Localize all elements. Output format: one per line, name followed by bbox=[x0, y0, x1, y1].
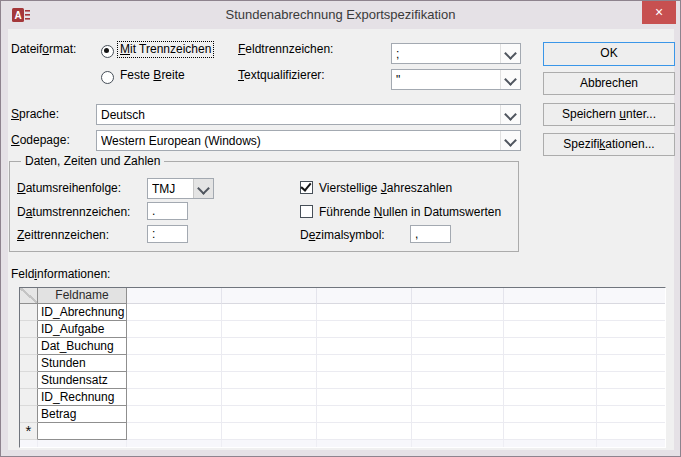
grid-cell[interactable] bbox=[317, 338, 412, 355]
grid-cell[interactable] bbox=[127, 423, 222, 440]
grid-cell[interactable] bbox=[222, 338, 317, 355]
row-selector[interactable] bbox=[20, 389, 38, 406]
grid-cell[interactable] bbox=[127, 338, 222, 355]
save-as-button[interactable]: Speichern unter... bbox=[543, 103, 675, 126]
grid-cell[interactable] bbox=[222, 372, 317, 389]
grid-cell[interactable] bbox=[504, 355, 597, 372]
radio-feste-breite-label[interactable]: Feste Breite bbox=[120, 68, 185, 83]
grid-cell[interactable] bbox=[412, 355, 504, 372]
feldname-column-header[interactable]: Feldname bbox=[38, 288, 127, 304]
row-selector[interactable] bbox=[20, 321, 38, 338]
textqualifizierer-combobox[interactable]: " bbox=[391, 69, 521, 90]
grid-cell[interactable] bbox=[317, 372, 412, 389]
grid-cell[interactable] bbox=[504, 304, 597, 321]
specifications-button[interactable]: Spezifikationen... bbox=[543, 133, 675, 156]
access-app-icon: A bbox=[12, 6, 30, 24]
grid-cell[interactable] bbox=[222, 355, 317, 372]
fuehrende-nullen-checkbox[interactable] bbox=[300, 205, 313, 218]
codepage-combobox[interactable]: Western European (Windows) bbox=[96, 130, 521, 151]
radio-mit-trennzeichen-label[interactable]: Mit Trennzeichen bbox=[117, 41, 214, 58]
grid-cell[interactable] bbox=[597, 338, 666, 355]
grid-cell[interactable] bbox=[127, 321, 222, 338]
radio-mit-trennzeichen[interactable] bbox=[101, 45, 114, 58]
vierstellige-jahreszahlen-checkbox[interactable] bbox=[300, 181, 313, 194]
grid-cell[interactable] bbox=[127, 406, 222, 423]
feldtrennzeichen-combobox[interactable]: ; bbox=[391, 43, 521, 64]
dropdown-arrow-button[interactable] bbox=[500, 70, 520, 89]
grid-cell[interactable] bbox=[127, 372, 222, 389]
row-selector[interactable] bbox=[20, 406, 38, 423]
field-name-cell[interactable]: ID_Abrechnung bbox=[38, 304, 127, 321]
grid-cell[interactable] bbox=[317, 423, 412, 440]
field-name-cell[interactable]: Stunden bbox=[38, 355, 127, 372]
grid-cell[interactable] bbox=[317, 355, 412, 372]
row-selector[interactable] bbox=[20, 372, 38, 389]
dateiformat-label: Dateiformat: bbox=[11, 42, 76, 57]
dropdown-arrow-button[interactable] bbox=[500, 105, 520, 124]
grid-cell[interactable] bbox=[222, 423, 317, 440]
grid-cell[interactable] bbox=[412, 304, 504, 321]
chevron-down-icon bbox=[504, 108, 517, 121]
grid-cell[interactable] bbox=[317, 406, 412, 423]
dropdown-arrow-button[interactable] bbox=[500, 131, 520, 150]
field-name-cell[interactable]: ID_Rechnung bbox=[38, 389, 127, 406]
grid-cell[interactable] bbox=[597, 355, 666, 372]
cancel-button[interactable]: Abbrechen bbox=[543, 72, 675, 95]
title-bar[interactable]: A Stundenabrechnung Exportspezifikation … bbox=[1, 1, 680, 29]
field-name-cell[interactable]: ID_Aufgabe bbox=[38, 321, 127, 338]
field-name-cell[interactable]: Dat_Buchung bbox=[38, 338, 127, 355]
grid-cell[interactable] bbox=[597, 372, 666, 389]
grid-cell[interactable] bbox=[412, 338, 504, 355]
field-information-grid[interactable]: FeldnameID_AbrechnungID_AufgabeDat_Buchu… bbox=[19, 287, 666, 448]
grid-cell[interactable] bbox=[127, 355, 222, 372]
grid-cell[interactable] bbox=[504, 372, 597, 389]
zeittrennzeichen-input[interactable]: : bbox=[147, 225, 188, 243]
grid-cell[interactable] bbox=[597, 304, 666, 321]
grid-cell[interactable] bbox=[127, 304, 222, 321]
ok-button[interactable]: OK bbox=[543, 42, 675, 66]
vierstellige-jahreszahlen-label[interactable]: Vierstellige Jahreszahlen bbox=[319, 181, 452, 196]
dropdown-arrow-button[interactable] bbox=[500, 44, 520, 63]
grid-cell[interactable] bbox=[412, 406, 504, 423]
field-name-cell[interactable] bbox=[38, 423, 127, 440]
grid-empty-header bbox=[412, 288, 504, 304]
grid-cell[interactable] bbox=[317, 304, 412, 321]
grid-cell[interactable] bbox=[597, 321, 666, 338]
grid-cell[interactable] bbox=[222, 389, 317, 406]
sprache-combobox[interactable]: Deutsch bbox=[96, 104, 521, 125]
field-name-cell[interactable]: Betrag bbox=[38, 406, 127, 423]
datumsreihenfolge-combobox[interactable]: TMJ bbox=[147, 178, 214, 199]
datumstrennzeichen-input[interactable]: . bbox=[147, 202, 188, 220]
grid-cell[interactable] bbox=[412, 423, 504, 440]
row-selector[interactable] bbox=[20, 355, 38, 372]
grid-cell[interactable] bbox=[597, 406, 666, 423]
radio-feste-breite[interactable] bbox=[101, 71, 114, 84]
grid-cell[interactable] bbox=[504, 423, 597, 440]
grid-cell[interactable] bbox=[504, 321, 597, 338]
grid-cell[interactable] bbox=[222, 406, 317, 423]
grid-corner-cell[interactable] bbox=[20, 288, 38, 304]
close-button[interactable]: × bbox=[642, 1, 676, 24]
new-row-selector[interactable]: * bbox=[20, 423, 38, 440]
row-selector[interactable] bbox=[20, 304, 38, 321]
grid-cell[interactable] bbox=[222, 304, 317, 321]
grid-cell[interactable] bbox=[504, 406, 597, 423]
fuehrende-nullen-label[interactable]: Führende Nullen in Datumswerten bbox=[319, 205, 501, 220]
grid-cell[interactable] bbox=[504, 389, 597, 406]
grid-cell[interactable] bbox=[317, 389, 412, 406]
row-selector[interactable] bbox=[20, 338, 38, 355]
grid-cell[interactable] bbox=[504, 338, 597, 355]
grid-cell[interactable] bbox=[412, 321, 504, 338]
grid-cell[interactable] bbox=[317, 321, 412, 338]
grid-cell[interactable] bbox=[597, 389, 666, 406]
field-name-cell[interactable]: Stundensatz bbox=[38, 372, 127, 389]
chevron-down-icon bbox=[504, 73, 517, 86]
grid-cell[interactable] bbox=[412, 389, 504, 406]
grid-cell[interactable] bbox=[412, 372, 504, 389]
grid-filler-cell bbox=[504, 440, 597, 448]
grid-cell[interactable] bbox=[127, 389, 222, 406]
dropdown-arrow-button[interactable] bbox=[193, 179, 213, 198]
dezimalsymbol-input[interactable]: , bbox=[410, 225, 451, 243]
grid-cell[interactable] bbox=[597, 423, 666, 440]
grid-cell[interactable] bbox=[222, 321, 317, 338]
